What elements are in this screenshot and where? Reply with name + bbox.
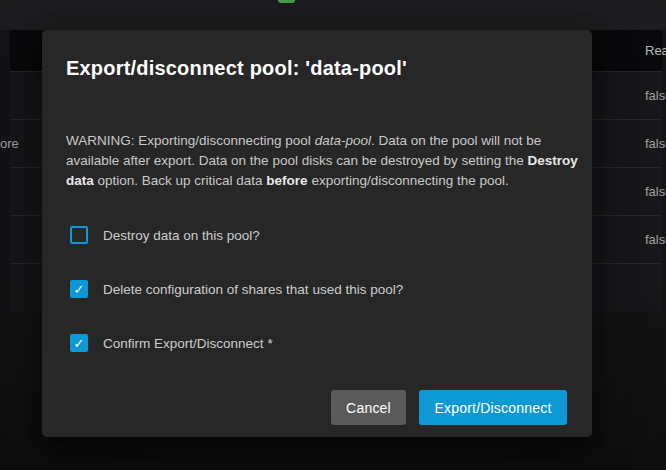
top-bar [0,0,666,30]
table-cell-fragment: ore [0,120,19,167]
checkbox-label[interactable]: Confirm Export/Disconnect* [103,336,273,351]
readonly-cell: false [645,120,666,167]
dialog-actions: Cancel Export/Disconnect [331,390,567,425]
checkmark-icon: ✓ [74,282,85,295]
export-disconnect-dialog: Export/disconnect pool: 'data-pool' WARN… [42,30,592,437]
screen: { "theme": { "accent_blue": "#0d99d6", "… [0,0,666,470]
readonly-cell: false [645,168,666,215]
export-disconnect-button[interactable]: Export/Disconnect [419,390,567,425]
required-asterisk: * [268,336,273,351]
checkbox[interactable]: ✓ [70,334,88,352]
logo-icon [278,0,295,3]
readonly-cell: false [645,72,666,119]
checkbox[interactable]: ✓ [70,280,88,298]
checkbox-label[interactable]: Delete configuration of shares that used… [103,282,407,297]
checkbox[interactable]: ✓ [70,226,88,244]
checkbox-row: ✓ Confirm Export/Disconnect* [70,332,273,354]
checkbox-row: ✓ Destroy data on this pool? [70,224,264,246]
dialog-title: Export/disconnect pool: 'data-pool' [66,57,407,80]
warning-text: WARNING: Exporting/disconnecting pool da… [66,131,578,191]
readonly-cell: false [645,216,666,263]
readonly-column-header: Read [645,30,666,71]
checkbox-label[interactable]: Destroy data on this pool? [103,228,264,243]
checkbox-row: ✓ Delete configuration of shares that us… [70,278,407,300]
checkmark-icon: ✓ [74,336,85,349]
cancel-button[interactable]: Cancel [331,390,406,425]
